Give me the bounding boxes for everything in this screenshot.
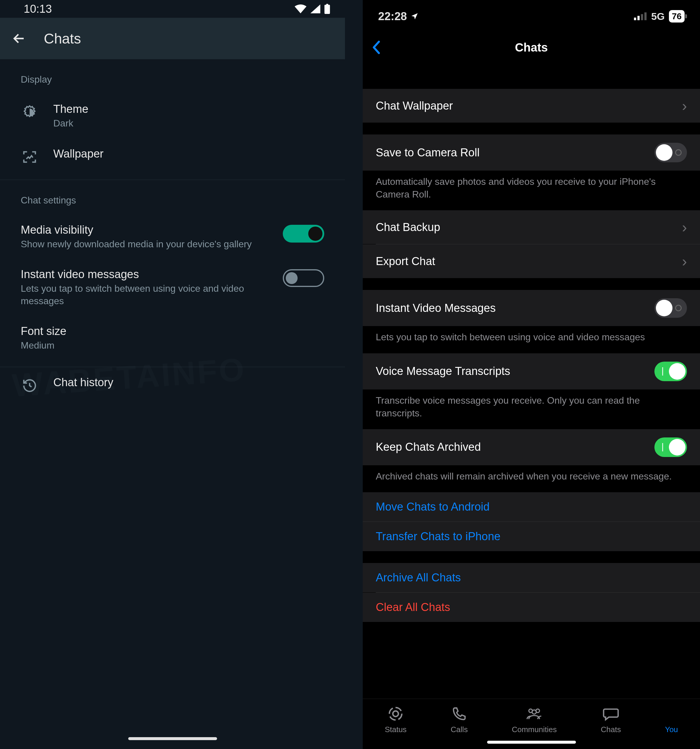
chats-icon — [602, 706, 619, 721]
android-appbar-title: Chats — [44, 31, 81, 47]
back-arrow-icon[interactable] — [12, 31, 26, 46]
row-archive-all[interactable]: Archive All Chats — [363, 563, 700, 592]
tab-calls-label: Calls — [451, 725, 468, 734]
back-chevron-icon[interactable] — [371, 41, 381, 54]
row-chat-backup[interactable]: Chat Backup — [363, 210, 700, 244]
svg-point-7 — [390, 708, 402, 720]
tab-chats[interactable]: Chats — [601, 705, 621, 749]
row-save-camera-roll-label: Save to Camera Roll — [376, 146, 654, 159]
row-theme-label: Theme — [53, 103, 324, 116]
tab-calls[interactable]: Calls — [451, 705, 468, 749]
android-status-time: 10:13 — [24, 3, 52, 15]
section-header-display: Display — [0, 59, 345, 94]
ios-navbar-title: Chats — [515, 41, 548, 54]
tab-you[interactable]: You — [665, 705, 678, 749]
row-archive-all-label: Archive All Chats — [376, 571, 687, 584]
wifi-icon — [295, 5, 306, 13]
row-chat-backup-label: Chat Backup — [376, 221, 679, 234]
phone-icon — [452, 706, 467, 721]
svg-rect-4 — [641, 14, 643, 20]
ios-home-indicator — [487, 741, 576, 744]
row-export-chat-label: Export Chat — [376, 255, 679, 268]
signal-icon — [634, 12, 647, 20]
android-gesture-bar — [128, 737, 217, 740]
signal-icon — [310, 5, 321, 13]
row-wallpaper-label: Wallpaper — [53, 147, 324, 160]
svg-rect-2 — [634, 17, 636, 20]
caption-instant-video: Lets you tap to switch between using voi… — [363, 326, 700, 353]
tab-status-label: Status — [385, 725, 407, 734]
row-media-visibility-label: Media visibility — [21, 223, 268, 236]
row-instant-video-messages-label: Instant Video Messages — [376, 302, 654, 315]
row-clear-all[interactable]: Clear All Chats — [363, 593, 700, 622]
caption-save-camera-roll: Automatically save photos and videos you… — [363, 171, 700, 210]
row-media-visibility-desc: Show newly downloaded media in your devi… — [21, 238, 258, 251]
row-theme[interactable]: Theme Dark — [0, 94, 345, 139]
toggle-instant-video[interactable] — [283, 269, 324, 287]
tab-you-label: You — [665, 725, 678, 734]
tab-communities-label: Communities — [512, 725, 557, 734]
ios-status-bar: 22:28 5G 76 — [363, 0, 700, 32]
toggle-media-visibility[interactable] — [283, 225, 324, 243]
row-clear-all-label: Clear All Chats — [376, 601, 687, 614]
svg-rect-5 — [644, 12, 647, 20]
row-voice-transcripts[interactable]: Voice Message Transcripts — [363, 353, 700, 390]
switch-keep-archived[interactable] — [654, 437, 687, 457]
row-chat-wallpaper-label: Chat Wallpaper — [376, 99, 679, 112]
row-transfer-iphone-label: Transfer Chats to iPhone — [376, 530, 687, 543]
svg-rect-3 — [637, 16, 640, 20]
svg-rect-1 — [326, 4, 328, 5]
theme-icon — [21, 104, 38, 121]
row-instant-video-desc: Lets you tap to switch between using voi… — [21, 283, 258, 307]
switch-save-camera-roll[interactable] — [654, 143, 687, 162]
android-appbar: Chats — [0, 18, 345, 59]
android-status-bar: 10:13 — [0, 0, 345, 18]
row-instant-video[interactable]: Instant video messages Lets you tap to s… — [0, 259, 345, 316]
row-move-android-label: Move Chats to Android — [376, 500, 687, 513]
communities-icon — [525, 707, 543, 721]
row-font-size[interactable]: Font size Medium — [0, 316, 345, 361]
row-theme-value: Dark — [53, 117, 290, 130]
row-save-camera-roll[interactable]: Save to Camera Roll — [363, 135, 700, 171]
ios-navbar: Chats — [363, 32, 700, 62]
row-voice-transcripts-label: Voice Message Transcripts — [376, 365, 654, 378]
ios-tabbar: Status Calls Communities Chats You — [363, 699, 700, 749]
location-icon — [410, 12, 419, 20]
row-transfer-iphone[interactable]: Transfer Chats to iPhone — [363, 522, 700, 551]
caption-keep-archived: Archived chats will remain archived when… — [363, 465, 700, 492]
status-icon — [387, 705, 404, 722]
row-keep-archived-label: Keep Chats Archived — [376, 441, 654, 453]
row-instant-video-messages[interactable]: Instant Video Messages — [363, 290, 700, 326]
svg-point-10 — [532, 710, 536, 714]
switch-voice-transcripts[interactable] — [654, 362, 687, 381]
android-status-icons — [295, 4, 330, 14]
svg-point-6 — [393, 711, 399, 717]
row-wallpaper[interactable]: Wallpaper — [0, 139, 345, 174]
row-font-size-label: Font size — [21, 325, 324, 338]
switch-instant-video[interactable] — [654, 298, 687, 318]
row-instant-video-label: Instant video messages — [21, 268, 268, 281]
tab-chats-label: Chats — [601, 725, 621, 734]
battery-icon — [324, 4, 330, 14]
wallpaper-icon — [22, 149, 37, 165]
section-header-chat-settings: Chat settings — [0, 180, 345, 215]
row-keep-archived[interactable]: Keep Chats Archived — [363, 429, 700, 465]
row-media-visibility[interactable]: Media visibility Show newly downloaded m… — [0, 215, 345, 260]
ios-status-network: 5G — [651, 11, 665, 22]
row-chat-wallpaper[interactable]: Chat Wallpaper — [363, 89, 700, 122]
tab-status[interactable]: Status — [385, 705, 407, 749]
row-move-android[interactable]: Move Chats to Android — [363, 492, 700, 521]
row-font-size-value: Medium — [21, 339, 258, 352]
ios-status-battery: 76 — [669, 10, 685, 23]
svg-rect-0 — [324, 5, 330, 14]
row-export-chat[interactable]: Export Chat — [363, 245, 700, 278]
caption-voice-transcripts: Transcribe voice messages you receive. O… — [363, 390, 700, 429]
ios-status-time: 22:28 — [378, 10, 407, 23]
